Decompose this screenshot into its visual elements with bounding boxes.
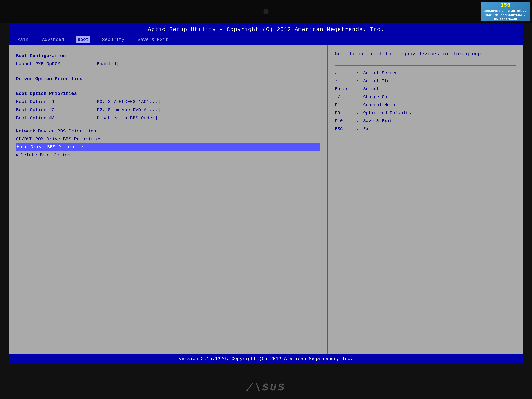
keybind-select-screen: ↔ : Select Screen xyxy=(335,69,516,77)
menu-item-advanced[interactable]: Advanced xyxy=(40,36,65,43)
launch-pxe-value: [Enabled] xyxy=(94,60,119,68)
keybind-plus-minus: +/- : Change Opt. xyxy=(335,93,516,101)
menu-item-security[interactable]: Security xyxy=(101,36,126,43)
boot-option2-label: Boot Option #2 xyxy=(16,106,90,114)
driver-option-header: Driver Option Priorities xyxy=(16,75,320,83)
version-text: Version 2.15.1226. Copyright (C) 2012 Am… xyxy=(179,356,353,361)
boot-option1-entry[interactable]: Boot Option #1 [P0: ST750LX003-1AC1...] xyxy=(16,98,320,106)
keybind-f9: F9 : Optimized Defaults xyxy=(335,109,516,117)
key-arrows-lr: ↔ xyxy=(335,69,356,77)
boot-option-priorities-header: Boot Option Priorities xyxy=(16,90,320,98)
boot-option1-value: [P0: ST750LX003-1AC1...] xyxy=(94,98,160,106)
keybind-esc: ESC : Exit xyxy=(335,125,516,133)
keybind-table: ↔ : Select Screen ↕ : Select Item Enter:… xyxy=(335,69,516,133)
delete-boot-entry[interactable]: ▶ Delete Boot Option xyxy=(16,151,320,159)
outer-wrapper: 150 Увеличенные углы об...150° по горизо… xyxy=(0,0,532,399)
key-esc: ESC xyxy=(335,125,356,133)
desc-save-exit: Save & Exit xyxy=(363,117,393,125)
corner-badge: 150 Увеличенные углы об...150° по горизо… xyxy=(481,2,530,21)
desc-change-opt: Change Opt. xyxy=(363,93,393,101)
colon5: : xyxy=(356,101,363,109)
key-plus-minus: +/- xyxy=(335,93,356,101)
title-bar: Aptio Setup Utility - Copyright (C) 2012… xyxy=(9,23,523,35)
arrow-icon: ▶ xyxy=(16,151,19,159)
keybind-select-item: ↕ : Select Item xyxy=(335,77,516,85)
key-f9: F9 xyxy=(335,109,356,117)
launch-pxe-label: Launch PXE OpROM xyxy=(16,60,90,68)
key-f1: F1 xyxy=(335,101,356,109)
menu-item-main[interactable]: Main xyxy=(16,36,30,43)
menu-item-save-exit[interactable]: Save & Exit xyxy=(136,36,170,43)
keybind-f1: F1 : General Help xyxy=(335,101,516,109)
right-panel: Set the order of the legacy devices in t… xyxy=(328,45,523,354)
asus-logo: /\SUS xyxy=(247,382,285,394)
top-bar xyxy=(0,0,532,23)
boot-option2-value: [P2: Slimtype DVD A ...] xyxy=(94,106,160,114)
boot-option3-value: [Disabled in BBS Order] xyxy=(94,114,158,122)
left-panel: Boot Configuration Launch PXE OpROM [Ena… xyxy=(9,45,328,354)
network-device-bbs[interactable]: Network Device BBS Priorities xyxy=(16,127,320,135)
boot-option3-label: Boot Option #3 xyxy=(16,114,90,122)
bios-screen: Aptio Setup Utility - Copyright (C) 2012… xyxy=(9,23,523,364)
colon6: : xyxy=(356,109,363,117)
bios-title: Aptio Setup Utility - Copyright (C) 2012… xyxy=(148,26,384,33)
desc-optimized: Optimized Defaults xyxy=(363,109,411,117)
delete-boot-option[interactable]: Delete Boot Option xyxy=(21,151,70,159)
divider xyxy=(335,65,516,66)
camera-dot xyxy=(263,9,269,14)
menu-bar: Main Advanced Boot Security Save & Exit xyxy=(9,35,523,45)
asus-logo-area: /\SUS xyxy=(0,382,532,394)
boot-option1-label: Boot Option #1 xyxy=(16,98,90,106)
desc-enter: Select xyxy=(363,85,379,93)
colon7: : xyxy=(356,117,363,125)
keybind-enter: Enter: Select xyxy=(335,85,516,93)
menu-item-boot[interactable]: Boot xyxy=(76,36,90,43)
key-f10: F10 xyxy=(335,117,356,125)
hard-drive-bbs[interactable]: Hard Drive BBS Priorities xyxy=(16,143,320,151)
colon4: : xyxy=(356,93,363,101)
key-arrows-ud: ↕ xyxy=(335,77,356,85)
boot-option2-entry[interactable]: Boot Option #2 [P2: Slimtype DVD A ...] xyxy=(16,106,320,114)
desc-exit: Exit xyxy=(363,125,374,133)
colon2: : xyxy=(356,77,363,85)
colon1: : xyxy=(356,69,363,77)
desc-select-item: Select Item xyxy=(363,77,393,85)
key-enter: Enter: xyxy=(335,85,356,93)
content-area: Boot Configuration Launch PXE OpROM [Ena… xyxy=(9,45,523,354)
bottom-bar: Version 2.15.1226. Copyright (C) 2012 Am… xyxy=(9,354,523,364)
help-text: Set the order of the legacy devices in t… xyxy=(335,50,516,58)
cddvd-rom-bbs[interactable]: CD/DVD ROM Drive BBS Priorities xyxy=(16,135,320,143)
desc-select-screen: Select Screen xyxy=(363,69,398,77)
desc-general-help: General Help xyxy=(363,101,395,109)
boot-option3-entry[interactable]: Boot Option #3 [Disabled in BBS Order] xyxy=(16,114,320,122)
colon8: : xyxy=(356,125,363,133)
keybind-f10: F10 : Save & Exit xyxy=(335,117,516,125)
boot-config-header: Boot Configuration xyxy=(16,52,320,60)
launch-pxe-entry[interactable]: Launch PXE OpROM [Enabled] xyxy=(16,60,320,68)
